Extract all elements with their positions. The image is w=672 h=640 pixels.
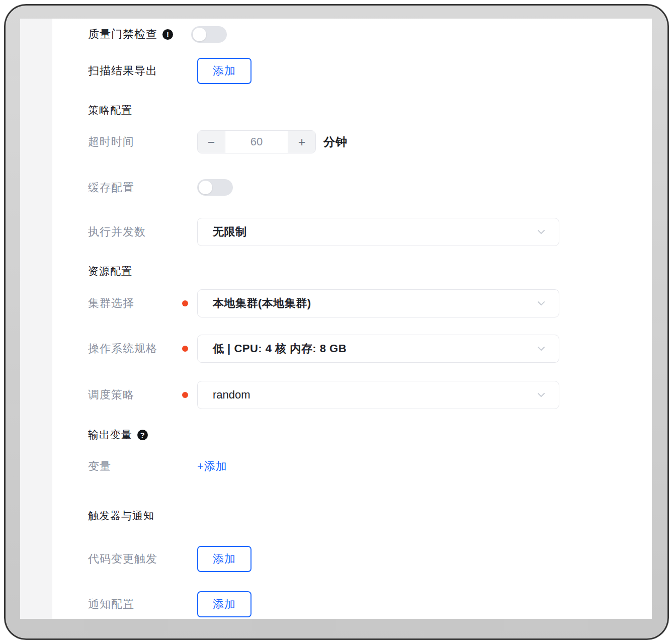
timeout-stepper: − 60 + xyxy=(197,130,316,153)
scan-export-label: 扫描结果导出 xyxy=(88,63,157,78)
output-section-text: 输出变量 xyxy=(88,428,132,442)
timeout-label: 超时时间 xyxy=(88,134,134,149)
stepper-plus-button[interactable]: + xyxy=(288,131,315,153)
section-trigger: 触发器与通知 xyxy=(88,509,652,522)
section-title-trigger: 触发器与通知 xyxy=(88,509,154,523)
form-row-cache: 缓存配置 xyxy=(88,179,652,196)
section-title-output: 输出变量 ? xyxy=(88,428,148,442)
stepper-minus-button[interactable]: − xyxy=(198,131,225,153)
cluster-select[interactable]: 本地集群(本地集群) xyxy=(197,289,559,317)
cache-toggle[interactable] xyxy=(197,179,233,196)
form-row-notification: 通知配置 添加 xyxy=(88,591,652,617)
quality-gate-label: 质量门禁检查 xyxy=(88,27,157,42)
section-title-resource: 资源配置 xyxy=(88,264,132,278)
code-trigger-label: 代码变更触发 xyxy=(88,551,157,567)
timeout-value-field[interactable]: 60 xyxy=(225,131,288,153)
settings-panel: 质量门禁检查 ! 扫描结果导出 添加 策略配置 xyxy=(20,19,652,619)
scheduling-select-value: random xyxy=(213,388,250,402)
timeout-label-cell: 超时时间 xyxy=(88,134,197,149)
scan-export-label-cell: 扫描结果导出 xyxy=(88,63,197,78)
code-trigger-add-button[interactable]: 添加 xyxy=(197,546,251,572)
settings-form: 质量门禁检查 ! 扫描结果导出 添加 策略配置 xyxy=(52,19,652,619)
notification-label-cell: 通知配置 xyxy=(88,597,197,612)
window-frame: 质量门禁检查 ! 扫描结果导出 添加 策略配置 xyxy=(4,4,669,640)
os-spec-label-cell: 操作系统规格 xyxy=(88,341,197,356)
variables-label-cell: 变量 xyxy=(88,459,197,474)
form-row-concurrency: 执行并发数 无限制 xyxy=(88,218,652,246)
required-dot xyxy=(182,346,188,352)
section-output: 输出变量 ? xyxy=(88,428,652,441)
form-row-scheduling: 调度策略 random xyxy=(88,381,652,409)
concurrency-select[interactable]: 无限制 xyxy=(197,218,559,246)
cluster-select-value: 本地集群(本地集群) xyxy=(213,296,311,311)
scheduling-label-cell: 调度策略 xyxy=(88,387,197,403)
section-title-policy: 策略配置 xyxy=(88,103,132,117)
form-row-os-spec: 操作系统规格 低 | CPU: 4 核 内存: 8 GB xyxy=(88,335,652,362)
os-spec-label: 操作系统规格 xyxy=(88,341,157,356)
form-row-timeout: 超时时间 − 60 + 分钟 xyxy=(88,130,652,153)
info-icon[interactable]: ! xyxy=(162,29,173,40)
scan-export-add-button[interactable]: 添加 xyxy=(197,58,251,84)
cache-label: 缓存配置 xyxy=(88,180,134,195)
cluster-label: 集群选择 xyxy=(88,296,134,311)
scheduling-label: 调度策略 xyxy=(88,387,134,403)
notification-add-button[interactable]: 添加 xyxy=(197,591,251,617)
form-row-scan-export: 扫描结果导出 添加 xyxy=(88,58,652,84)
quality-gate-toggle[interactable] xyxy=(191,26,227,43)
chevron-down-icon xyxy=(537,299,546,308)
toggle-knob xyxy=(199,181,212,194)
form-row-variables: 变量 +添加 xyxy=(88,460,652,473)
chevron-down-icon xyxy=(537,344,546,353)
required-dot xyxy=(182,300,188,306)
timeout-unit-label: 分钟 xyxy=(323,134,348,150)
os-spec-select[interactable]: 低 | CPU: 4 核 内存: 8 GB xyxy=(197,335,559,363)
chevron-down-icon xyxy=(537,227,546,236)
variables-label: 变量 xyxy=(88,459,111,474)
form-row-cluster: 集群选择 本地集群(本地集群) xyxy=(88,289,652,317)
chevron-down-icon xyxy=(537,390,546,399)
left-gutter xyxy=(20,19,52,619)
section-policy: 策略配置 xyxy=(88,104,652,117)
concurrency-select-value: 无限制 xyxy=(213,224,247,239)
os-spec-select-value: 低 | CPU: 4 核 内存: 8 GB xyxy=(213,341,347,356)
form-row-quality-gate: 质量门禁检查 ! xyxy=(88,26,652,43)
code-trigger-label-cell: 代码变更触发 xyxy=(88,551,197,567)
section-resource: 资源配置 xyxy=(88,265,652,278)
concurrency-label-cell: 执行并发数 xyxy=(88,224,197,239)
cache-label-cell: 缓存配置 xyxy=(88,180,197,195)
variables-add-link[interactable]: +添加 xyxy=(197,459,227,474)
concurrency-label: 执行并发数 xyxy=(88,224,146,239)
required-dot xyxy=(182,392,188,398)
help-icon[interactable]: ? xyxy=(137,430,148,440)
form-row-code-trigger: 代码变更触发 添加 xyxy=(88,546,652,572)
cluster-label-cell: 集群选择 xyxy=(88,296,197,311)
toggle-knob xyxy=(193,28,206,41)
notification-label: 通知配置 xyxy=(88,597,134,612)
scheduling-select[interactable]: random xyxy=(197,381,559,409)
quality-gate-label-cell: 质量门禁检查 ! xyxy=(88,27,197,42)
